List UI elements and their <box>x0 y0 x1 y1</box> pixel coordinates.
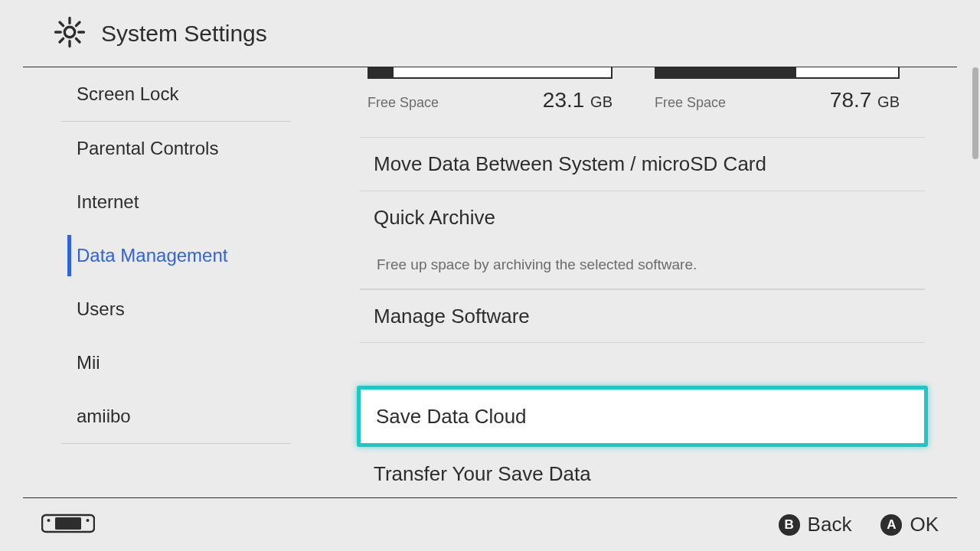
option-label: Manage Software <box>374 305 530 328</box>
svg-line-5 <box>60 21 64 25</box>
option-quick-archive[interactable]: Quick Archive <box>360 191 925 244</box>
storage-microsd[interactable]: Free Space 78.7 GB <box>655 67 900 112</box>
svg-rect-10 <box>55 517 81 530</box>
sidebar-item-label: Data Management <box>77 245 227 266</box>
option-label: Save Data Cloud <box>376 405 527 429</box>
quick-archive-help: Free up space by archiving the selected … <box>360 244 925 289</box>
controller-icon <box>41 511 95 539</box>
svg-line-6 <box>76 38 80 42</box>
sidebar-item-label: Mii <box>77 352 100 373</box>
sidebar-item-mii[interactable]: Mii <box>0 336 314 390</box>
storage-free-value: 78.7 GB <box>830 88 900 112</box>
footer: B Back A OK <box>23 497 957 551</box>
sidebar-item-data-management[interactable]: Data Management <box>0 229 314 282</box>
option-label: Transfer Your Save Data <box>374 462 591 486</box>
storage-system[interactable]: Free Space 23.1 GB <box>368 67 612 112</box>
sidebar-item-label: Users <box>77 298 125 320</box>
option-label: Quick Archive <box>374 206 495 230</box>
b-button-icon: B <box>779 514 800 536</box>
storage-bar <box>368 67 612 79</box>
sidebar-item-internet[interactable]: Internet <box>0 175 314 229</box>
scrollbar[interactable] <box>971 67 980 497</box>
sidebar-item-label: Internet <box>77 191 139 213</box>
option-save-data-cloud[interactable]: Save Data Cloud <box>357 386 928 447</box>
gear-icon <box>54 16 86 51</box>
svg-line-8 <box>60 38 64 42</box>
sidebar-item-parental-controls[interactable]: Parental Controls <box>0 122 314 175</box>
scrollbar-thumb[interactable] <box>972 67 978 159</box>
storage-bar <box>655 67 900 79</box>
svg-point-11 <box>47 519 51 522</box>
option-label: Move Data Between System / microSD Card <box>374 152 766 176</box>
sidebar-divider <box>61 443 291 444</box>
storage-free-value: 23.1 GB <box>543 88 612 112</box>
sidebar-item-label: Screen Lock <box>77 83 178 105</box>
storage-free-label: Free Space <box>655 95 726 111</box>
sidebar: Screen Lock Parental Controls Internet D… <box>0 67 314 497</box>
a-button-icon: A <box>880 514 902 536</box>
svg-line-7 <box>76 21 80 25</box>
storage-free-label: Free Space <box>368 95 439 111</box>
svg-point-12 <box>87 519 90 522</box>
hint-label: OK <box>910 513 939 536</box>
sidebar-item-amiibo[interactable]: amiibo <box>0 390 314 443</box>
page-title: System Settings <box>101 21 267 47</box>
hint-label: Back <box>808 513 852 536</box>
option-manage-software[interactable]: Manage Software <box>360 289 925 343</box>
sidebar-item-label: amiibo <box>77 406 131 427</box>
hint-ok[interactable]: A OK <box>880 513 939 536</box>
svg-point-0 <box>64 27 74 37</box>
option-transfer-save-data[interactable]: Transfer Your Save Data <box>360 447 925 497</box>
hint-back[interactable]: B Back <box>779 513 852 536</box>
option-move-data[interactable]: Move Data Between System / microSD Card <box>360 137 925 191</box>
main-panel: Free Space 23.1 GB Free Space 78.7 GB Mo… <box>314 67 980 497</box>
sidebar-item-screen-lock[interactable]: Screen Lock <box>0 67 314 121</box>
sidebar-item-users[interactable]: Users <box>0 282 314 336</box>
header: System Settings <box>23 0 957 67</box>
sidebar-item-label: Parental Controls <box>77 138 218 159</box>
